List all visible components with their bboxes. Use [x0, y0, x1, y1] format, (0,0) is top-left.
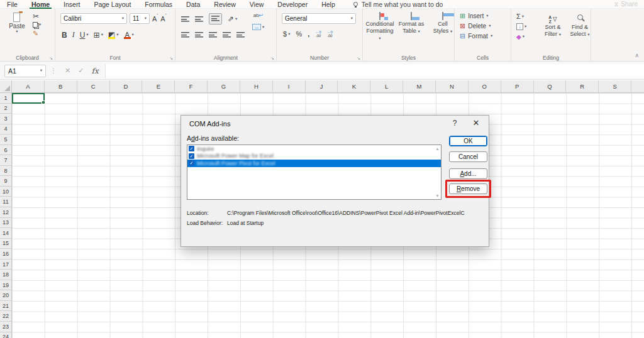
cut-icon[interactable]: ✂ [33, 13, 39, 20]
remove-button[interactable]: Remove [449, 183, 487, 194]
column-header[interactable]: P [501, 80, 534, 92]
row-header[interactable]: 1 [0, 93, 11, 104]
ribbon-tab[interactable]: Page Layout [87, 0, 138, 9]
insert-function-icon[interactable]: fx [91, 67, 98, 75]
row-header[interactable]: 10 [0, 187, 11, 197]
sort-filter-button[interactable]: AZ∇ Sort &Filter ▾ [541, 13, 564, 38]
row-header[interactable]: 24 [0, 332, 11, 338]
checkbox-checked-icon[interactable]: ✓ [189, 160, 194, 166]
row-header[interactable]: 2 [0, 104, 11, 114]
ribbon-tab[interactable]: File [0, 0, 25, 9]
row-header[interactable]: 8 [0, 166, 11, 177]
orientation-button[interactable]: ⇗▾ [228, 15, 237, 23]
column-header[interactable]: N [436, 80, 469, 92]
column-header[interactable]: C [77, 80, 110, 92]
conditional-formatting-button[interactable]: ConditionalFormatting ▾ [365, 13, 394, 41]
increase-font-size-button[interactable]: Aˆ [152, 15, 158, 23]
row-header[interactable]: 19 [0, 280, 11, 291]
wrap-text-button[interactable]: ab↩ [253, 13, 264, 18]
cancel-entry-icon[interactable]: ✕ [65, 67, 70, 75]
addin-list-item[interactable]: ✓ Microsoft Power Map for Excel [187, 153, 441, 160]
font-color-button[interactable]: A▾ [124, 31, 134, 39]
scroll-down-icon[interactable]: ▼ [435, 194, 440, 198]
ribbon-tab[interactable]: Formulas [138, 0, 179, 9]
column-header[interactable]: G [208, 80, 240, 92]
ribbon-tab[interactable]: Review [207, 0, 242, 9]
fill-color-button[interactable]: ◩▾ [108, 31, 119, 39]
column-header[interactable]: K [338, 80, 370, 92]
row-header[interactable]: 7 [0, 155, 11, 166]
align-right-icon[interactable] [209, 31, 217, 38]
row-header[interactable]: 18 [0, 270, 11, 280]
bold-button[interactable]: B [62, 31, 67, 40]
italic-button[interactable]: I [72, 30, 75, 40]
share-button[interactable]: ⧖ Share [614, 1, 638, 8]
scroll-up-icon[interactable]: ▲ [435, 146, 440, 151]
column-header[interactable]: Q [534, 80, 567, 92]
dialog-help-icon[interactable]: ? [450, 119, 459, 128]
comma-style-button[interactable]: , [308, 30, 309, 38]
format-painter-icon[interactable]: ✎ [33, 30, 38, 38]
row-header[interactable]: 14 [0, 228, 11, 239]
insert-cells-button[interactable]: ⊞ Insert▾ [460, 13, 492, 19]
top-align-icon[interactable] [181, 16, 189, 22]
bottom-align-button[interactable] [209, 13, 222, 25]
row-header[interactable]: 13 [0, 218, 11, 229]
alignment-dialog-launcher-icon[interactable]: ↘ [270, 56, 274, 61]
column-header[interactable]: M [403, 80, 436, 92]
format-as-table-button[interactable]: Format asTable ▾ [397, 13, 426, 41]
accounting-format-button[interactable]: $▾ [283, 30, 290, 38]
number-format-select[interactable]: General▾ [282, 13, 356, 24]
column-header[interactable]: R [566, 80, 599, 92]
tell-me-box[interactable]: Tell me what you want to do [353, 1, 443, 8]
column-header[interactable]: B [45, 80, 77, 92]
decrease-font-size-button[interactable]: Aˇ [160, 15, 166, 23]
ribbon-tab[interactable]: Home [25, 0, 57, 9]
column-header[interactable]: H [240, 80, 273, 92]
addin-list-item[interactable]: ✓ Microsoft Power Pivot for Excel [187, 160, 441, 167]
ribbon-tab[interactable]: Help [314, 0, 342, 9]
number-dialog-launcher-icon[interactable]: ↘ [357, 56, 360, 61]
addins-listbox[interactable]: ✓ Inquire ✓ Microsoft Power Map for Exce… [187, 144, 441, 200]
font-dialog-launcher-icon[interactable]: ↘ [169, 56, 173, 61]
row-header[interactable]: 20 [0, 290, 11, 301]
column-header[interactable]: D [110, 80, 143, 92]
cancel-button[interactable]: Cancel [449, 151, 487, 162]
row-header[interactable]: 15 [0, 239, 11, 249]
underline-button[interactable]: U▾ [80, 31, 89, 40]
ok-button[interactable]: OK [449, 136, 487, 146]
add-button[interactable]: Add... [449, 168, 487, 179]
decrease-indent-icon[interactable] [223, 31, 231, 38]
row-header[interactable]: 9 [0, 176, 11, 187]
select-all-corner[interactable] [0, 80, 12, 93]
align-center-icon[interactable] [195, 31, 203, 38]
ribbon-tab[interactable]: Insert [57, 0, 87, 9]
find-select-button[interactable]: Find &Select ▾ [568, 13, 592, 38]
dialog-close-icon[interactable]: ✕ [471, 118, 481, 128]
column-header[interactable]: A [12, 80, 45, 92]
row-header[interactable]: 5 [0, 134, 11, 145]
formula-input[interactable] [105, 64, 644, 78]
column-header[interactable]: I [273, 80, 306, 92]
decrease-decimal-button[interactable]: →0.00 [327, 30, 333, 38]
row-header[interactable]: 23 [0, 322, 11, 332]
increase-decimal-button[interactable]: ←0.00 [315, 30, 321, 38]
ribbon-tab[interactable]: View [243, 0, 271, 9]
fill-button[interactable]: ↓▾ [516, 23, 526, 30]
column-header[interactable]: E [142, 80, 175, 92]
autosum-button[interactable]: Σ▾ [516, 13, 526, 20]
ribbon-tab[interactable]: Developer [270, 0, 314, 9]
column-header[interactable]: S [599, 80, 631, 92]
column-header[interactable]: L [370, 80, 403, 92]
font-size-select[interactable]: 11▾ [130, 13, 150, 24]
row-header[interactable]: 16 [0, 249, 11, 259]
column-header[interactable]: J [306, 80, 338, 92]
clipboard-dialog-launcher-icon[interactable]: ↘ [49, 56, 53, 61]
middle-align-icon[interactable] [195, 16, 203, 22]
paste-button[interactable]: Paste ▾ [6, 13, 28, 34]
format-cells-button[interactable]: ⊟ Format▾ [460, 33, 492, 40]
copy-button[interactable]: ▾ [33, 22, 41, 28]
row-header[interactable]: 22 [0, 311, 11, 322]
borders-button[interactable]: ⊞▾ [94, 31, 103, 39]
selected-cell-a1[interactable] [12, 93, 45, 104]
